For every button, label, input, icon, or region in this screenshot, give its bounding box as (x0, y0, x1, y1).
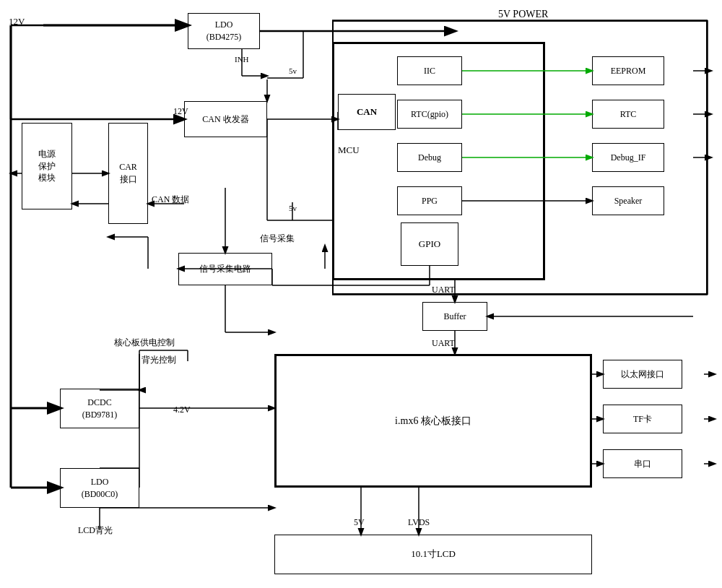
rtc-label: RTC (620, 108, 637, 121)
ldo-bd00c0-label: LDO(BD00C0) (82, 476, 118, 501)
lcd-backlight-label: LCD背光 (78, 524, 113, 537)
power-protect-label: 电源保护模块 (38, 148, 56, 184)
buffer-label: Buffer (443, 311, 466, 323)
lvds-label: LVDS (408, 517, 430, 528)
uart-label-2: UART (432, 338, 455, 349)
ldo-bd4275-block: LDO(BD4275) (188, 13, 260, 49)
lcd-label: 10.1寸LCD (411, 548, 456, 561)
gpio-label: GPIO (419, 238, 440, 251)
eeprom-label: EEPROM (611, 65, 646, 77)
tf-card-label: TF卡 (633, 413, 652, 425)
car-port-block: CAR接口 (108, 123, 148, 224)
imx6-label: i.mx6 核心板接口 (395, 414, 471, 428)
ethernet-block: 以太网接口 (603, 360, 682, 389)
ldo-bd00c0-block: LDO(BD00C0) (60, 468, 139, 508)
buffer-block: Buffer (422, 302, 487, 331)
dcdc-label: DCDC(BD9781) (82, 397, 118, 421)
can-data-label: CAN 数据 (152, 194, 189, 206)
signal-collect-block: 信号采集电路 (178, 253, 272, 285)
tf-card-block: TF卡 (603, 405, 682, 433)
debug-label: Debug (418, 152, 441, 164)
imx6-block: i.mx6 核心板接口 (274, 354, 592, 488)
5v-label-1: 5v (289, 66, 297, 75)
rtc-block: RTC (592, 100, 664, 129)
eeprom-block: EEPROM (592, 56, 664, 85)
5v-out-label: 5V (354, 517, 365, 528)
speaker-block: Speaker (592, 186, 664, 215)
backlight-ctrl-label: 背光控制 (142, 354, 176, 366)
car-port-label: CAR接口 (119, 161, 137, 186)
iic-block: IIC (397, 56, 462, 85)
can-transceiver-block: CAN 收发器 (184, 101, 267, 137)
core-power-ctrl-label: 核心板供电控制 (114, 337, 175, 349)
rtc-gpio-block: RTC(gpio) (397, 100, 462, 129)
signal-collect-label-arrow: 信号采集 (260, 233, 295, 245)
debug-if-block: Debug_IF (592, 143, 664, 172)
power-protect-block: 电源保护模块 (22, 123, 72, 209)
mcu-label: MCU (338, 144, 360, 156)
can-transceiver-label: CAN 收发器 (202, 113, 248, 126)
debug-block: Debug (397, 143, 462, 172)
rtc-gpio-label: RTC(gpio) (411, 108, 448, 121)
signal-collect-label: 信号采集电路 (199, 263, 251, 275)
lcd-block: 10.1寸LCD (274, 535, 592, 574)
5v-power-label: 5V POWER (498, 9, 548, 20)
12v-label: 12V (9, 16, 25, 27)
serial-block: 串口 (603, 449, 682, 478)
debug-if-label: Debug_IF (611, 152, 646, 164)
ppg-label: PPG (422, 195, 438, 207)
inh-label: INH (235, 55, 249, 64)
5v-label-2: 5v (289, 204, 297, 212)
diagram: 5V POWER 12V LDO(BD4275) INH CAN 收发器 CAN… (0, 0, 722, 588)
uart-label-1: UART (432, 285, 455, 295)
iic-label: IIC (424, 65, 435, 77)
serial-label: 串口 (634, 458, 651, 470)
ppg-block: PPG (397, 186, 462, 215)
speaker-label: Speaker (614, 195, 643, 207)
dcdc-block: DCDC(BD9781) (60, 389, 139, 428)
gpio-block: GPIO (401, 222, 458, 266)
ldo-bd4275-label: LDO(BD4275) (206, 19, 242, 43)
42v-label: 4.2V (173, 405, 191, 415)
ethernet-label: 以太网接口 (621, 368, 664, 381)
